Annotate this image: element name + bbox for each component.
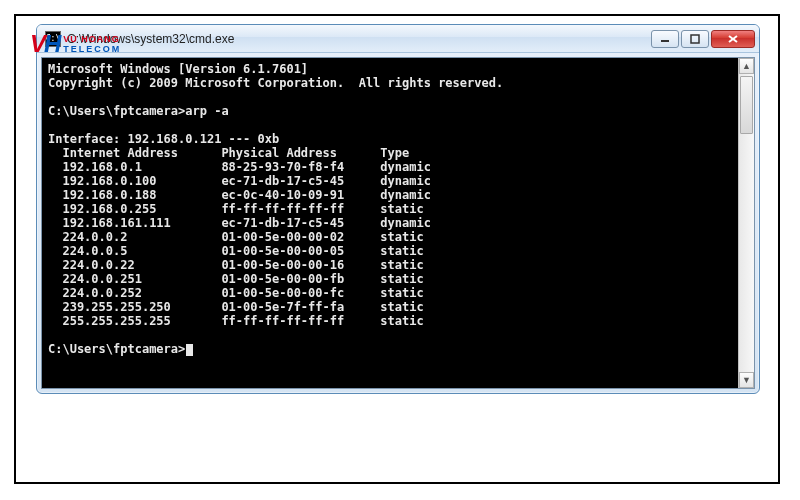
cmd-window: C:\ C:\Windows\system32\cmd.exe Microsof… — [36, 24, 760, 394]
console-line: 192.168.0.188 ec-0c-40-10-09-91 dynamic — [48, 188, 732, 202]
console-line: 224.0.0.252 01-00-5e-00-00-fc static — [48, 286, 732, 300]
console-line: Microsoft Windows [Version 6.1.7601] — [48, 62, 732, 76]
console-prompt[interactable]: C:\Users\fptcamera> — [48, 342, 732, 356]
close-icon — [727, 34, 739, 44]
console-line: Internet Address Physical Address Type — [48, 146, 732, 160]
console-line: 224.0.0.2 01-00-5e-00-00-02 static — [48, 230, 732, 244]
svg-rect-1 — [691, 35, 699, 43]
console-line: 192.168.161.111 ec-71-db-17-c5-45 dynami… — [48, 216, 732, 230]
window-title: C:\Windows\system32\cmd.exe — [67, 32, 651, 46]
window-controls — [651, 30, 755, 48]
scroll-thumb[interactable] — [740, 76, 753, 134]
maximize-icon — [690, 34, 700, 44]
console-line: 224.0.0.5 01-00-5e-00-00-05 static — [48, 244, 732, 258]
console-line: 224.0.0.22 01-00-5e-00-00-16 static — [48, 258, 732, 272]
logo-mark: VH — [30, 30, 59, 58]
console-line: Interface: 192.168.0.121 --- 0xb — [48, 132, 732, 146]
console-output[interactable]: Microsoft Windows [Version 6.1.7601]Copy… — [42, 58, 738, 388]
console-line — [48, 90, 732, 104]
console-line — [48, 118, 732, 132]
console-line: 192.168.0.1 88-25-93-70-f8-f4 dynamic — [48, 160, 732, 174]
logo-text: VU HOANG TELECOM — [63, 34, 121, 54]
console-line: 192.168.0.255 ff-ff-ff-ff-ff-ff static — [48, 202, 732, 216]
maximize-button[interactable] — [681, 30, 709, 48]
console-line: 224.0.0.251 01-00-5e-00-00-fb static — [48, 272, 732, 286]
scroll-up-button[interactable]: ▲ — [739, 58, 754, 74]
scroll-down-button[interactable]: ▼ — [739, 372, 754, 388]
text-cursor — [186, 344, 193, 356]
console-client-area: Microsoft Windows [Version 6.1.7601]Copy… — [41, 57, 755, 389]
scroll-track[interactable] — [739, 74, 754, 372]
vertical-scrollbar[interactable]: ▲ ▼ — [738, 58, 754, 388]
close-button[interactable] — [711, 30, 755, 48]
page-frame: VH VU HOANG TELECOM C:\ C:\Windows\syste… — [14, 14, 780, 484]
watermark-logo: VH VU HOANG TELECOM — [30, 30, 121, 58]
console-line: 255.255.255.255 ff-ff-ff-ff-ff-ff static — [48, 314, 732, 328]
minimize-button[interactable] — [651, 30, 679, 48]
console-line: 192.168.0.100 ec-71-db-17-c5-45 dynamic — [48, 174, 732, 188]
console-line: 239.255.255.250 01-00-5e-7f-ff-fa static — [48, 300, 732, 314]
minimize-icon — [660, 34, 670, 44]
console-line — [48, 328, 732, 342]
titlebar[interactable]: C:\ C:\Windows\system32\cmd.exe — [37, 25, 759, 53]
console-line: C:\Users\fptcamera>arp -a — [48, 104, 732, 118]
console-line: Copyright (c) 2009 Microsoft Corporation… — [48, 76, 732, 90]
